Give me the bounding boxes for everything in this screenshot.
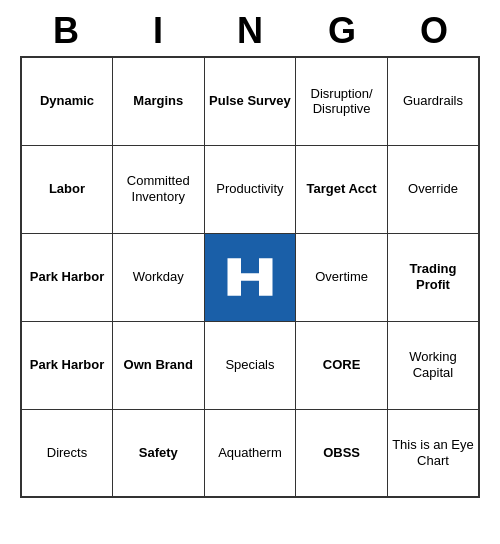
- cell-r3-c1: Own Brand: [112, 321, 204, 409]
- bingo-header-letter: B: [20, 10, 112, 52]
- bingo-header-letter: O: [388, 10, 480, 52]
- bingo-header: BINGO: [20, 10, 480, 52]
- cell-r3-c4: Working Capital: [387, 321, 479, 409]
- bingo-header-letter: I: [112, 10, 204, 52]
- cell-r2-c1: Workday: [112, 233, 204, 321]
- cell-r1-c1: Committed Inventory: [112, 145, 204, 233]
- cell-r3-c3: CORE: [296, 321, 388, 409]
- cell-r1-c2: Productivity: [204, 145, 296, 233]
- cell-r4-c2: Aquatherm: [204, 409, 296, 497]
- bingo-header-letter: N: [204, 10, 296, 52]
- cell-r1-c4: Override: [387, 145, 479, 233]
- cell-r0-c4: Guardrails: [387, 57, 479, 145]
- cell-r0-c1: Margins: [112, 57, 204, 145]
- cell-r4-c4: This is an Eye Chart: [387, 409, 479, 497]
- cell-r2-c3: Overtime: [296, 233, 388, 321]
- cell-r2-c0: Park Harbor: [21, 233, 112, 321]
- cell-r0-c0: Dynamic: [21, 57, 112, 145]
- cell-r1-c3: Target Acct: [296, 145, 388, 233]
- cell-r4-c1: Safety: [112, 409, 204, 497]
- bingo-header-letter: G: [296, 10, 388, 52]
- cell-r1-c0: Labor: [21, 145, 112, 233]
- bingo-grid: DynamicMarginsPulse SurveyDisruption/ Di…: [20, 56, 480, 498]
- cell-r3-c0: Park Harbor: [21, 321, 112, 409]
- cell-r4-c0: Directs: [21, 409, 112, 497]
- cell-r3-c2: Specials: [204, 321, 296, 409]
- cell-r0-c3: Disruption/ Disruptive: [296, 57, 388, 145]
- cell-r4-c3: OBSS: [296, 409, 388, 497]
- cell-r2-c4: Trading Profit: [387, 233, 479, 321]
- cell-r2-c2: [204, 233, 296, 321]
- cell-r0-c2: Pulse Survey: [204, 57, 296, 145]
